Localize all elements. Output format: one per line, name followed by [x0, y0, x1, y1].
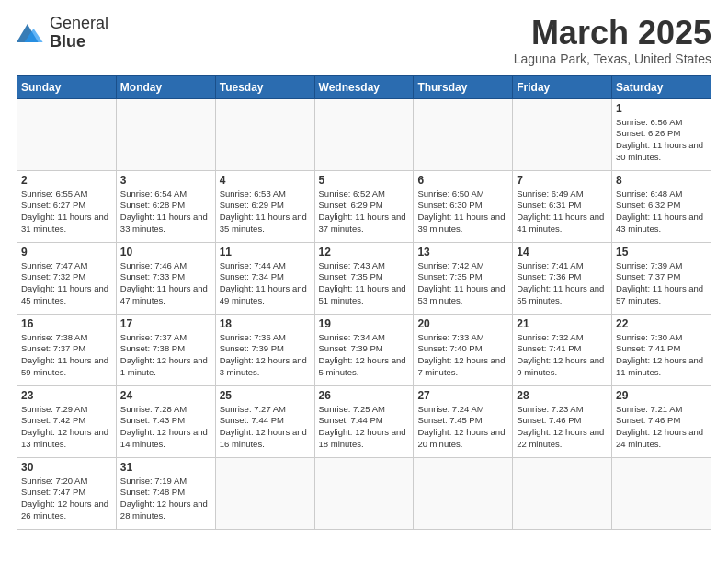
calendar-day-cell: 17Sunrise: 7:37 AM Sunset: 7:38 PM Dayli… [116, 314, 215, 385]
calendar-day-cell [17, 98, 117, 170]
day-number: 13 [417, 246, 508, 259]
calendar-day-cell: 27Sunrise: 7:24 AM Sunset: 7:45 PM Dayli… [414, 385, 513, 457]
calendar-day-cell: 1Sunrise: 6:56 AM Sunset: 6:26 PM Daylig… [612, 98, 711, 170]
day-info: Sunrise: 7:27 AM Sunset: 7:44 PM Dayligh… [220, 404, 311, 451]
day-info: Sunrise: 7:21 AM Sunset: 7:46 PM Dayligh… [616, 404, 707, 451]
day-info: Sunrise: 7:46 AM Sunset: 7:33 PM Dayligh… [120, 260, 211, 307]
calendar-day-cell [116, 98, 215, 170]
day-info: Sunrise: 7:43 AM Sunset: 7:35 PM Dayligh… [319, 260, 410, 307]
calendar-week-row: 30Sunrise: 7:20 AM Sunset: 7:47 PM Dayli… [17, 457, 711, 529]
calendar-day-cell: 14Sunrise: 7:41 AM Sunset: 7:36 PM Dayli… [513, 242, 612, 314]
calendar-week-row: 1Sunrise: 6:56 AM Sunset: 6:26 PM Daylig… [17, 98, 711, 170]
day-number: 10 [120, 246, 211, 259]
calendar-day-cell [215, 457, 314, 529]
calendar-day-cell [612, 457, 711, 529]
calendar-day-cell: 25Sunrise: 7:27 AM Sunset: 7:44 PM Dayli… [215, 385, 314, 457]
weekday-row: SundayMondayTuesdayWednesdayThursdayFrid… [17, 75, 711, 98]
day-number: 22 [616, 317, 707, 330]
logo-text: GeneralBlue [50, 15, 108, 52]
weekday-header: Wednesday [314, 75, 414, 98]
calendar-day-cell: 3Sunrise: 6:54 AM Sunset: 6:28 PM Daylig… [116, 170, 215, 242]
day-info: Sunrise: 6:48 AM Sunset: 6:32 PM Dayligh… [616, 189, 707, 236]
calendar-day-cell [215, 98, 314, 170]
day-info: Sunrise: 7:41 AM Sunset: 7:36 PM Dayligh… [517, 260, 608, 307]
day-number: 14 [517, 246, 608, 259]
day-info: Sunrise: 7:29 AM Sunset: 7:42 PM Dayligh… [21, 404, 112, 451]
calendar-day-cell: 26Sunrise: 7:25 AM Sunset: 7:44 PM Dayli… [314, 385, 414, 457]
day-number: 12 [319, 246, 410, 259]
day-number: 11 [220, 246, 311, 259]
weekday-header: Friday [513, 75, 612, 98]
day-number: 8 [616, 174, 707, 187]
calendar-day-cell: 18Sunrise: 7:36 AM Sunset: 7:39 PM Dayli… [215, 314, 314, 385]
day-info: Sunrise: 6:53 AM Sunset: 6:29 PM Dayligh… [220, 189, 311, 236]
day-info: Sunrise: 7:19 AM Sunset: 7:48 PM Dayligh… [120, 476, 211, 523]
calendar-day-cell: 30Sunrise: 7:20 AM Sunset: 7:47 PM Dayli… [17, 457, 117, 529]
day-number: 3 [120, 174, 211, 187]
day-number: 24 [120, 389, 211, 402]
day-number: 31 [120, 461, 211, 474]
calendar-day-cell [314, 98, 414, 170]
day-number: 26 [319, 389, 410, 402]
day-number: 29 [616, 389, 707, 402]
day-number: 25 [220, 389, 311, 402]
calendar-day-cell [414, 98, 513, 170]
day-info: Sunrise: 7:24 AM Sunset: 7:45 PM Dayligh… [417, 404, 508, 451]
day-number: 2 [21, 174, 112, 187]
day-number: 19 [319, 317, 410, 330]
calendar-day-cell: 13Sunrise: 7:42 AM Sunset: 7:35 PM Dayli… [414, 242, 513, 314]
calendar-day-cell: 11Sunrise: 7:44 AM Sunset: 7:34 PM Dayli… [215, 242, 314, 314]
calendar-day-cell: 22Sunrise: 7:30 AM Sunset: 7:41 PM Dayli… [612, 314, 711, 385]
day-info: Sunrise: 7:28 AM Sunset: 7:43 PM Dayligh… [120, 404, 211, 451]
calendar-day-cell: 29Sunrise: 7:21 AM Sunset: 7:46 PM Dayli… [612, 385, 711, 457]
page: GeneralBlue March 2025 Laguna Park, Texa… [0, 0, 728, 539]
day-info: Sunrise: 6:52 AM Sunset: 6:29 PM Dayligh… [319, 189, 410, 236]
calendar-day-cell: 21Sunrise: 7:32 AM Sunset: 7:41 PM Dayli… [513, 314, 612, 385]
day-info: Sunrise: 7:36 AM Sunset: 7:39 PM Dayligh… [220, 332, 311, 379]
calendar-day-cell: 4Sunrise: 6:53 AM Sunset: 6:29 PM Daylig… [215, 170, 314, 242]
day-info: Sunrise: 7:37 AM Sunset: 7:38 PM Dayligh… [120, 332, 211, 379]
calendar-day-cell: 8Sunrise: 6:48 AM Sunset: 6:32 PM Daylig… [612, 170, 711, 242]
day-number: 23 [21, 389, 112, 402]
day-info: Sunrise: 7:47 AM Sunset: 7:32 PM Dayligh… [21, 260, 112, 307]
location: Laguna Park, Texas, United States [514, 52, 711, 66]
day-info: Sunrise: 6:49 AM Sunset: 6:31 PM Dayligh… [517, 189, 608, 236]
day-info: Sunrise: 6:55 AM Sunset: 6:27 PM Dayligh… [21, 189, 112, 236]
header: GeneralBlue March 2025 Laguna Park, Texa… [17, 15, 711, 66]
day-info: Sunrise: 7:30 AM Sunset: 7:41 PM Dayligh… [616, 332, 707, 379]
day-info: Sunrise: 7:20 AM Sunset: 7:47 PM Dayligh… [21, 476, 112, 523]
day-number: 30 [21, 461, 112, 474]
calendar-day-cell: 6Sunrise: 6:50 AM Sunset: 6:30 PM Daylig… [414, 170, 513, 242]
day-info: Sunrise: 7:34 AM Sunset: 7:39 PM Dayligh… [319, 332, 410, 379]
calendar: SundayMondayTuesdayWednesdayThursdayFrid… [17, 75, 711, 530]
day-info: Sunrise: 6:50 AM Sunset: 6:30 PM Dayligh… [417, 189, 508, 236]
weekday-header: Tuesday [215, 75, 314, 98]
calendar-week-row: 9Sunrise: 7:47 AM Sunset: 7:32 PM Daylig… [17, 242, 711, 314]
calendar-header: SundayMondayTuesdayWednesdayThursdayFrid… [17, 75, 711, 98]
day-number: 20 [417, 317, 508, 330]
day-info: Sunrise: 7:32 AM Sunset: 7:41 PM Dayligh… [517, 332, 608, 379]
weekday-header: Sunday [17, 75, 117, 98]
calendar-week-row: 23Sunrise: 7:29 AM Sunset: 7:42 PM Dayli… [17, 385, 711, 457]
calendar-day-cell: 15Sunrise: 7:39 AM Sunset: 7:37 PM Dayli… [612, 242, 711, 314]
day-info: Sunrise: 7:42 AM Sunset: 7:35 PM Dayligh… [417, 260, 508, 307]
day-number: 9 [21, 246, 112, 259]
calendar-day-cell [314, 457, 414, 529]
day-number: 15 [616, 246, 707, 259]
calendar-body: 1Sunrise: 6:56 AM Sunset: 6:26 PM Daylig… [17, 98, 711, 529]
day-info: Sunrise: 7:44 AM Sunset: 7:34 PM Dayligh… [220, 260, 311, 307]
day-info: Sunrise: 6:54 AM Sunset: 6:28 PM Dayligh… [120, 189, 211, 236]
day-number: 17 [120, 317, 211, 330]
calendar-day-cell: 16Sunrise: 7:38 AM Sunset: 7:37 PM Dayli… [17, 314, 117, 385]
calendar-week-row: 16Sunrise: 7:38 AM Sunset: 7:37 PM Dayli… [17, 314, 711, 385]
calendar-day-cell [414, 457, 513, 529]
day-number: 21 [517, 317, 608, 330]
calendar-day-cell: 23Sunrise: 7:29 AM Sunset: 7:42 PM Dayli… [17, 385, 117, 457]
generalblue-logo-icon [17, 20, 46, 46]
calendar-day-cell: 20Sunrise: 7:33 AM Sunset: 7:40 PM Dayli… [414, 314, 513, 385]
day-number: 27 [417, 389, 508, 402]
calendar-day-cell: 10Sunrise: 7:46 AM Sunset: 7:33 PM Dayli… [116, 242, 215, 314]
day-info: Sunrise: 7:38 AM Sunset: 7:37 PM Dayligh… [21, 332, 112, 379]
logo: GeneralBlue [17, 15, 108, 52]
day-info: Sunrise: 7:33 AM Sunset: 7:40 PM Dayligh… [417, 332, 508, 379]
